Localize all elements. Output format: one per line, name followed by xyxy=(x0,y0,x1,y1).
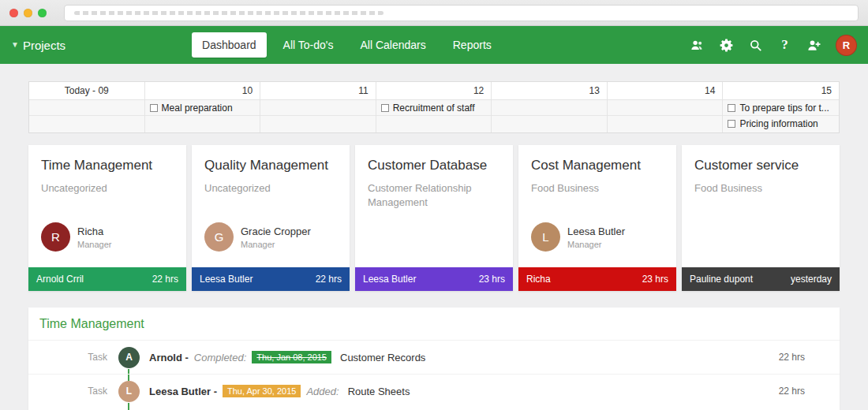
calendar-day-label[interactable]: 12 xyxy=(376,82,492,100)
footer-assignee: Richa xyxy=(526,274,551,285)
window-controls xyxy=(9,9,47,17)
search-icon[interactable] xyxy=(748,38,763,53)
add-user-icon[interactable] xyxy=(806,38,821,53)
tab-dashboard[interactable]: Dashboard xyxy=(192,32,267,58)
checkbox-icon[interactable] xyxy=(728,104,735,112)
calendar-day-body xyxy=(492,100,607,132)
task-avatar-wrap: L xyxy=(118,381,140,402)
calendar-task-label: To prepare tips for t... xyxy=(739,102,829,114)
checkbox-icon[interactable] xyxy=(728,120,735,128)
calendar-day-column: 11 xyxy=(260,82,376,132)
browser-topbar xyxy=(0,0,868,26)
task-assignee-name: Arnold - xyxy=(149,352,189,363)
calendar-task-item[interactable]: Meal preparation xyxy=(145,100,260,116)
task-title: Customer Records xyxy=(340,352,425,363)
task-status-label: Completed: xyxy=(194,352,246,363)
calendar-day-label[interactable]: Today - 09 xyxy=(29,82,144,100)
manager-role: Manager xyxy=(241,240,311,249)
task-hours: 22 hrs xyxy=(779,352,840,363)
task-kind-label: Task xyxy=(60,352,107,363)
activity-panel: Time Management TaskAArnold -Completed:T… xyxy=(28,308,840,410)
calendar-task-item[interactable]: Recruitment of staff xyxy=(376,100,492,116)
calendar-day-column: 13 xyxy=(492,82,608,132)
tab-all-to-do-s[interactable]: All To-do's xyxy=(273,32,344,58)
project-card-footer[interactable]: Richa23 hrs xyxy=(518,267,676,291)
app-navbar: ▼ Projects DashboardAll To-do'sAll Calen… xyxy=(0,26,868,64)
footer-time: yesterday xyxy=(791,274,832,285)
task-title: Route Sheets xyxy=(348,386,410,397)
people-icon[interactable] xyxy=(690,38,705,53)
calendar-day-label[interactable]: 15 xyxy=(723,82,839,100)
brand-label: Projects xyxy=(23,39,65,52)
project-card-footer[interactable]: Pauline dupontyesterday xyxy=(682,267,840,291)
project-card[interactable]: Quality ManagementUncategorizedGGracie C… xyxy=(192,145,350,291)
footer-time: 23 hrs xyxy=(479,274,505,285)
user-avatar[interactable]: R xyxy=(836,35,857,56)
project-card[interactable]: Time ManagementUncategorizedRRichaManage… xyxy=(28,145,186,291)
calendar-day-body: To prepare tips for t...Pricing informat… xyxy=(723,100,839,132)
project-card[interactable]: Customer DatabaseCustomer Relationship M… xyxy=(355,145,513,291)
task-row[interactable]: TaskLLeesa Butler -Thu, Apr 30, 2015Adde… xyxy=(28,374,840,408)
question-mark-glyph: ? xyxy=(781,37,788,53)
projects-menu-button[interactable]: ▼ Projects xyxy=(11,39,65,52)
calendar-day-column: 15To prepare tips for t...Pricing inform… xyxy=(723,82,839,132)
tab-reports[interactable]: Reports xyxy=(443,32,502,58)
chevron-down-icon: ▼ xyxy=(11,41,19,49)
manager-name: Gracie Cropper xyxy=(241,226,311,237)
manager-name: Richa xyxy=(77,226,111,237)
avatar: G xyxy=(204,222,234,252)
calendar-day-column: Today - 09 xyxy=(29,82,145,132)
calendar-day-label[interactable]: 14 xyxy=(608,82,723,100)
project-cards: Time ManagementUncategorizedRRichaManage… xyxy=(28,145,840,291)
project-card-footer[interactable]: Arnold Crril22 hrs xyxy=(28,267,186,291)
avatar: A xyxy=(118,347,140,368)
task-rows: TaskAArnold -Completed:Thu, Jan 08, 2015… xyxy=(28,340,840,408)
close-window-button[interactable] xyxy=(9,9,18,17)
panel-title: Time Management xyxy=(28,317,840,340)
checkbox-icon[interactable] xyxy=(381,104,389,112)
project-card-category: Customer Relationship Management xyxy=(355,173,513,209)
calendar-task-label: Pricing information xyxy=(739,118,817,129)
address-bar[interactable] xyxy=(64,5,859,21)
avatar: R xyxy=(41,222,70,252)
tab-all-calendars[interactable]: All Calendars xyxy=(350,32,436,58)
nav-actions: ? R xyxy=(690,35,857,56)
project-card-manager: GGracie CropperManager xyxy=(204,222,311,252)
task-hours: 22 hrs xyxy=(779,386,840,397)
due-date-badge-completed: Thu, Jan 08, 2015 xyxy=(252,351,331,363)
project-card[interactable]: Cost ManagementFood BusinessLLeesa Butle… xyxy=(518,145,676,291)
calendar-day-label[interactable]: 13 xyxy=(492,82,607,100)
minimize-window-button[interactable] xyxy=(24,9,32,17)
task-description: Arnold -Completed:Thu, Jan 08, 2015Custo… xyxy=(149,351,779,363)
project-card-manager: LLeesa ButlerManager xyxy=(531,222,625,252)
footer-time: 23 hrs xyxy=(642,274,668,285)
project-card[interactable]: Customer serviceFood BusinessPauline dup… xyxy=(682,145,840,291)
task-assignee-name: Leesa Butler - xyxy=(149,386,217,397)
calendar-day-body: Meal preparation xyxy=(145,100,260,132)
task-status-label: Added: xyxy=(306,386,339,397)
project-card-title: Cost Management xyxy=(518,145,676,173)
calendar-day-column: 10Meal preparation xyxy=(145,82,261,132)
help-icon[interactable]: ? xyxy=(777,38,792,53)
footer-assignee: Leesa Butler xyxy=(200,274,253,285)
project-card-category: Uncategorized xyxy=(192,173,350,196)
project-card-footer[interactable]: Leesa Butler23 hrs xyxy=(355,267,513,291)
task-avatar-wrap: A xyxy=(118,347,140,368)
calendar-task-item[interactable]: To prepare tips for t... xyxy=(723,100,839,116)
manager-name: Leesa Butler xyxy=(567,226,625,237)
calendar-task-item[interactable]: Pricing information xyxy=(723,116,839,132)
manager-role: Manager xyxy=(567,240,625,249)
manager-info: RichaManager xyxy=(77,226,111,249)
task-row[interactable]: TaskAArnold -Completed:Thu, Jan 08, 2015… xyxy=(28,340,840,374)
nav-tabs: DashboardAll To-do'sAll CalendarsReports xyxy=(192,32,502,58)
project-card-title: Customer Database xyxy=(355,145,513,173)
due-date-badge: Thu, Apr 30, 2015 xyxy=(223,385,301,397)
gear-icon[interactable] xyxy=(719,38,734,53)
project-card-footer[interactable]: Leesa Butler22 hrs xyxy=(192,267,350,291)
calendar-day-column: 14 xyxy=(608,82,724,132)
manager-role: Manager xyxy=(77,240,111,249)
calendar-day-label[interactable]: 11 xyxy=(260,82,376,100)
checkbox-icon[interactable] xyxy=(150,104,158,112)
maximize-window-button[interactable] xyxy=(38,9,47,17)
calendar-day-label[interactable]: 10 xyxy=(145,82,260,100)
